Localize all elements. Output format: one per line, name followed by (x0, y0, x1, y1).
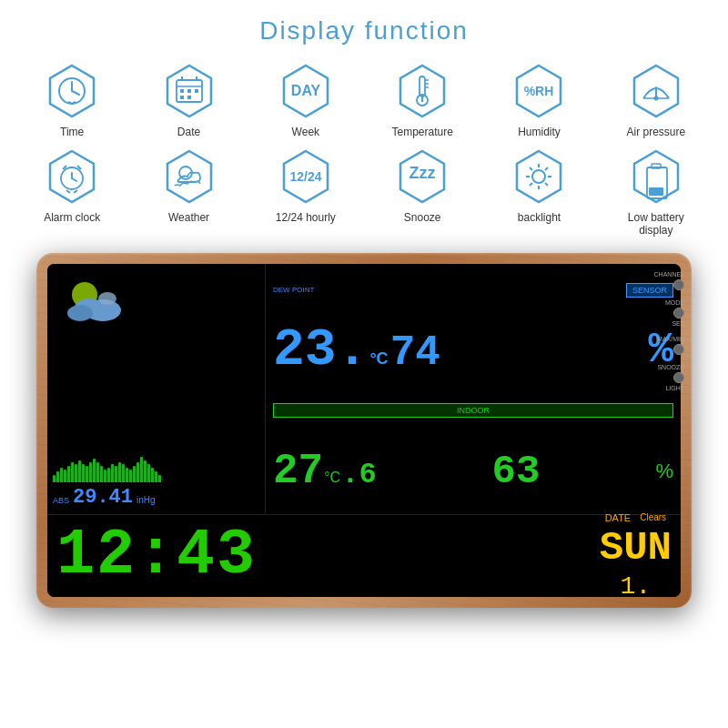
svg-text:12/24: 12/24 (289, 169, 321, 184)
indoor-readings: 27 °C .6 63 % (273, 448, 673, 495)
date-section: DATE Clears SUN 1. (600, 512, 672, 598)
clears-label: Clears (640, 512, 666, 522)
sensor-header: DEW POINT SENSOR (273, 283, 673, 298)
pressure-display: ABS 29.41 inHg (53, 486, 259, 509)
feature-week-label: Week (292, 126, 319, 138)
device-screen: ABS 29.41 inHg DEW POINT SENSOR 23. °C 7… (47, 264, 681, 597)
feature-battery-label: Low battery display (612, 211, 701, 237)
feature-time-label: Time (60, 126, 84, 138)
outdoor-temp-value: 23. (273, 324, 368, 377)
mode-button[interactable] (673, 308, 684, 318)
svg-rect-57 (652, 164, 661, 168)
svg-rect-14 (180, 96, 184, 99)
set-label: SET (672, 320, 684, 327)
mode-label: MODE (665, 299, 684, 306)
date-label: DATE (605, 512, 632, 523)
channel-label: CHANNEL (654, 271, 684, 278)
date-labels-row: DATE Clears (605, 512, 666, 523)
page-title: Display function (259, 16, 469, 46)
svg-line-54 (530, 183, 532, 186)
day-display: SUN (600, 525, 672, 571)
battery-icon (627, 147, 685, 206)
indoor-temp-unit: °C (324, 470, 340, 486)
svg-point-62 (67, 305, 93, 321)
svg-rect-12 (187, 89, 191, 93)
feature-snooze-label: Snooze (404, 211, 441, 224)
icon-row-2: Alarm clock Weather 12/24 1 (27, 147, 701, 237)
time-icon (43, 62, 101, 120)
svg-line-34 (72, 178, 76, 181)
feature-temperature-label: Temperature (391, 126, 452, 138)
snooze-icon: Zzz (393, 147, 451, 206)
indoor-hum-percent: % (655, 460, 673, 483)
mode-control: MODE SET (654, 299, 684, 327)
feature-temperature: Temperature (378, 62, 467, 138)
svg-rect-58 (649, 187, 663, 196)
feature-hourly: 12/24 12/24 hourly (261, 147, 350, 237)
indoor-section: INDOOR (273, 403, 673, 418)
svg-text:Zzz: Zzz (410, 164, 436, 182)
weather-icon (160, 147, 218, 206)
indoor-temp-value: 27 (273, 448, 323, 495)
svg-line-38 (74, 190, 77, 193)
weather-display (53, 269, 259, 333)
snooze-button[interactable] (673, 372, 684, 383)
icon-row-1: Time Date (27, 62, 701, 138)
outdoor-temp-decimal: 74 (390, 332, 440, 374)
alarm-icon (43, 147, 101, 206)
clock-panel: 12:43 DATE Clears SUN 1. (47, 515, 681, 597)
pressure-value: 29.41 (73, 486, 133, 509)
svg-line-52 (545, 183, 548, 186)
svg-marker-45 (517, 151, 561, 202)
sensor-panel: DEW POINT SENSOR 23. °C 74 % INDOOR 27 °… (266, 264, 681, 515)
svg-line-53 (545, 167, 548, 170)
maxmin-control: MAX/MIN (654, 336, 684, 355)
maxmin-button[interactable] (673, 344, 684, 355)
feature-humidity: %RH Humidity (494, 62, 583, 138)
humidity-icon: %RH (510, 62, 568, 120)
barometric-graph (53, 457, 259, 482)
dew-point-label: DEW POINT (273, 286, 314, 294)
time-display: 12:43 (56, 524, 257, 588)
side-controls: CHANNEL MODE SET MAX/MIN SNOOZE LIGHT (654, 271, 684, 391)
channel-button[interactable] (673, 279, 684, 290)
indoor-humidity: 63 (492, 449, 541, 494)
svg-rect-13 (195, 89, 198, 93)
svg-point-46 (532, 170, 545, 183)
svg-point-63 (98, 292, 116, 305)
weather-scene-icon (53, 269, 135, 333)
feature-humidity-label: Humidity (518, 126, 561, 138)
abs-label: ABS (53, 496, 69, 505)
outdoor-temp-unit: °C (369, 349, 388, 369)
svg-rect-15 (187, 96, 191, 99)
indoor-temperature: 27 °C .6 (273, 448, 377, 495)
feature-week: DAY Week (261, 62, 350, 138)
outdoor-readings: 23. °C 74 % (273, 324, 673, 377)
air-pressure-icon (627, 62, 685, 120)
backlight-icon (510, 147, 568, 206)
feature-snooze: Zzz Snooze (378, 147, 467, 237)
feature-date-label: Date (177, 126, 200, 138)
feature-air-pressure-label: Air pressure (626, 126, 685, 138)
feature-weather: Weather (144, 147, 233, 237)
snooze-control: SNOOZE LIGHT (654, 364, 684, 391)
weather-panel: ABS 29.41 inHg (47, 264, 266, 515)
features-section: Time Date (27, 62, 701, 237)
temperature-icon (393, 62, 451, 120)
feature-battery: Low battery display (612, 147, 701, 237)
indoor-badge: INDOOR (273, 403, 673, 418)
weather-station-device: ABS 29.41 inHg DEW POINT SENSOR 23. °C 7… (36, 253, 692, 608)
feature-hourly-label: 12/24 hourly (276, 211, 336, 224)
feature-air-pressure: Air pressure (612, 62, 701, 138)
date-number: 1. (621, 572, 652, 598)
feature-backlight: backlight (494, 147, 583, 237)
outdoor-temperature: 23. °C 74 (273, 324, 440, 377)
maxmin-label: MAX/MIN (657, 336, 684, 342)
date-icon (160, 62, 218, 120)
inhg-label: inHg (136, 495, 156, 505)
svg-text:DAY: DAY (291, 83, 321, 98)
svg-marker-18 (400, 66, 444, 116)
svg-line-37 (66, 190, 70, 193)
light-label: LIGHT (665, 385, 684, 391)
feature-time: Time (27, 62, 116, 138)
